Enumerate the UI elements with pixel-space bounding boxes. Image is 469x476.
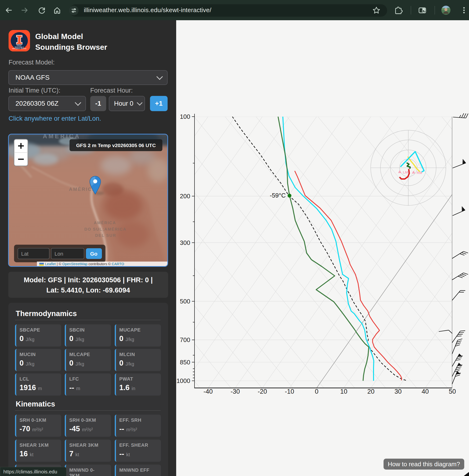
svg-text:850: 850 [180,359,190,366]
svg-text:-59°C: -59°C [270,192,286,199]
svg-text:RM: RM [417,171,422,175]
svg-text:10: 10 [340,388,347,395]
svg-text:Lon: Lon [54,251,63,257]
svg-text:500: 500 [180,298,190,305]
svg-text:AMÉRICA: AMÉRICA [94,221,116,225]
svg-text:0: 0 [315,388,318,395]
svg-text:50: 50 [449,388,456,395]
svg-text:Leaflet | © OpenStreetMap cont: Leaflet | © OpenStreetMap contributors ©… [45,262,124,266]
svg-text:40: 40 [422,388,429,395]
svg-text:300: 300 [180,239,190,246]
svg-text:700: 700 [180,336,190,344]
svg-text:DEL SUR: DEL SUR [95,233,116,238]
svg-text:-30: -30 [231,388,240,395]
svg-text:-20: -20 [258,388,267,395]
svg-text:1000: 1000 [176,377,190,384]
svg-text:AMERICA: AMERICA [43,134,81,139]
svg-text:-10: -10 [285,388,294,395]
svg-text:Go: Go [90,251,98,257]
svg-text:30: 30 [394,388,402,395]
svg-text:Atmospheric Sciences: Atmospheric Sciences [12,48,26,49]
svg-text:Lat: Lat [21,251,29,257]
svg-text:20: 20 [367,388,374,395]
svg-text:100: 100 [180,113,190,120]
svg-text:-40: -40 [203,388,213,395]
svg-text:200: 200 [180,193,190,200]
svg-text:GFS 2 m Temp v20260305 06 UTC: GFS 2 m Temp v20260305 06 UTC [76,143,156,148]
svg-text:LM: LM [403,170,408,174]
svg-text:DO SUL;AMÉRICA: DO SUL;AMÉRICA [84,227,126,231]
